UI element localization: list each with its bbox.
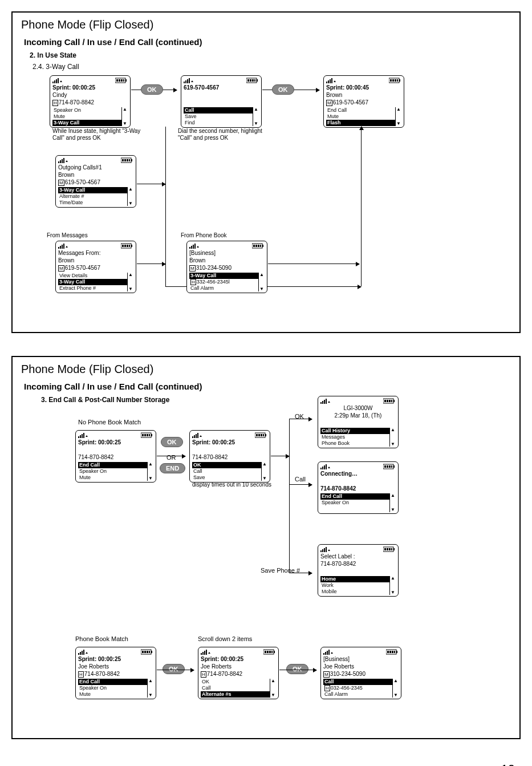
p8-m2: 032-456-2345 bbox=[331, 685, 363, 691]
s6-l3: 310-234-5090 bbox=[196, 265, 232, 271]
p7-tag: H bbox=[201, 671, 206, 678]
label-pb-match: Phone Book Match bbox=[75, 635, 128, 642]
p7-m2: Call bbox=[201, 685, 270, 691]
screen-phonebook: [Business] Brown M310-234-5090 3-Way Cal… bbox=[186, 241, 267, 293]
battery-icon bbox=[246, 78, 259, 83]
panel2-section: Incoming Call / In use / End Call (conti… bbox=[24, 382, 511, 391]
s6-tag: M bbox=[189, 265, 196, 271]
ok-button-p2-b[interactable]: OK bbox=[163, 664, 185, 674]
s6-tag2: H bbox=[190, 279, 196, 285]
scrollbar-icon: ▲▼ bbox=[392, 679, 399, 698]
s1-m1: Speaker On bbox=[52, 107, 121, 114]
signal-icon bbox=[320, 464, 332, 469]
p6-m3: Mute bbox=[78, 691, 147, 698]
p5-m3: Mobile bbox=[320, 589, 389, 595]
s1-tag: H bbox=[52, 100, 58, 106]
s6-l2: Brown bbox=[189, 257, 265, 264]
arrow-icon bbox=[279, 670, 316, 670]
ok-button-1[interactable]: OK bbox=[141, 84, 163, 95]
scrollbar-icon: ▲▼ bbox=[270, 679, 276, 698]
signal-icon bbox=[58, 243, 70, 249]
s2-m1: Call bbox=[184, 107, 253, 114]
p1-m3: Mute bbox=[78, 475, 147, 481]
scrollbar-icon: ▲▼ bbox=[389, 493, 396, 512]
s3-l3: 619-570-4567 bbox=[333, 99, 368, 106]
p6-l3: 714-870-8842 bbox=[84, 671, 120, 677]
p6-l1: Sprint: 00:00:25 bbox=[78, 655, 153, 663]
battery-icon bbox=[121, 243, 133, 249]
p3-m3: Phone Book bbox=[320, 440, 389, 447]
signal-icon bbox=[201, 649, 212, 655]
ok-button-p2-a[interactable]: OK bbox=[161, 437, 183, 447]
screen-outgoing: Outgoing Calls#1 Brown M619-570-4567 3-W… bbox=[55, 155, 136, 208]
ok-button-p2-c[interactable]: OK bbox=[286, 664, 308, 674]
p2-m3: Save bbox=[192, 475, 261, 481]
s1-m3: 3-Way Call bbox=[52, 120, 121, 126]
p3-l1: LGI-3000W bbox=[320, 404, 396, 412]
signal-icon bbox=[52, 78, 64, 83]
p5-m2: Work bbox=[320, 582, 389, 589]
arrow-icon bbox=[289, 484, 312, 485]
signal-icon bbox=[58, 157, 70, 163]
screen-postcall-menu: Sprint: 00:00:25 714-870-8842 OK Call Sa… bbox=[189, 430, 270, 483]
s6-l1: [Business] bbox=[189, 249, 265, 257]
p7-l3: 714-870-8842 bbox=[207, 671, 242, 677]
screen-endcall-match: Sprint: 00:00:25 Joe Roberts H714-870-88… bbox=[75, 647, 156, 699]
label-call: Call bbox=[295, 476, 306, 483]
s3-m3: Flash bbox=[326, 120, 395, 126]
p1-l3: 714-870-8842 bbox=[78, 453, 153, 461]
p1-m1: End Call bbox=[78, 462, 147, 468]
panel-1: Phone Mode (Flip Closed) Incoming Call /… bbox=[11, 11, 521, 333]
p4-l1: Connecting… bbox=[320, 470, 396, 477]
p8-tag: M bbox=[323, 671, 330, 678]
p6-l2: Joe Roberts bbox=[78, 663, 153, 670]
p7-m1: OK bbox=[201, 679, 270, 685]
caption-1: While Inuse state, highlight "3-Way Call… bbox=[52, 128, 149, 141]
s2-m3: Find bbox=[184, 120, 253, 126]
p3-l2: 2:29p Mar 18, (Th) bbox=[320, 412, 396, 419]
end-button[interactable]: END bbox=[160, 463, 185, 473]
panel1-title: Phone Mode (Flip Closed) bbox=[21, 18, 511, 31]
p8-m3: Call Alarm bbox=[323, 691, 392, 698]
s6-m3: Call Alarm bbox=[189, 285, 258, 291]
p2-m1: OK bbox=[192, 462, 261, 468]
arrow-icon bbox=[271, 456, 289, 456]
label-scroll2: Scroll down 2 items bbox=[198, 635, 252, 642]
battery-icon bbox=[383, 546, 396, 552]
s6-m2: 332-456-2345l bbox=[197, 279, 230, 285]
p3-m1: Call History bbox=[320, 428, 389, 434]
scrollbar-icon: ▲▼ bbox=[147, 679, 153, 698]
s4-m3: Time/Date bbox=[58, 200, 127, 206]
caption-timeout: display times out in 10 seconds bbox=[192, 481, 271, 488]
battery-icon bbox=[121, 157, 133, 163]
p2-m2: Call bbox=[192, 468, 261, 475]
s5-l1: Messages From: bbox=[58, 249, 133, 257]
screen-select-label: Select Label : 714-870-8842 Home Work Mo… bbox=[318, 544, 399, 597]
panel-2: Phone Mode (Flip Closed) Incoming Call /… bbox=[11, 356, 521, 739]
label-or: OR bbox=[166, 454, 176, 461]
s4-m2: Alternate # bbox=[58, 193, 127, 200]
screen-home: LGI-3000W 2:29p Mar 18, (Th) Call Histor… bbox=[318, 396, 399, 448]
battery-icon bbox=[263, 649, 276, 655]
p3-m2: Messages bbox=[320, 434, 389, 440]
scrollbar-icon: ▲▼ bbox=[389, 576, 396, 595]
p7-l1: Sprint: 00:00:25 bbox=[201, 655, 276, 663]
signal-icon bbox=[320, 546, 332, 552]
p8-l3: 310-234-5090 bbox=[330, 671, 366, 677]
arrow-icon bbox=[361, 127, 362, 132]
s5-m1: View Details bbox=[58, 273, 127, 279]
scrollbar-icon: ▲▼ bbox=[395, 107, 401, 126]
connector-line bbox=[289, 419, 290, 573]
p6-m2: Speaker On bbox=[78, 685, 147, 691]
s4-l3: 619-570-4567 bbox=[65, 179, 100, 185]
ok-button-2[interactable]: OK bbox=[272, 84, 294, 95]
s2-m2: Save bbox=[184, 114, 253, 120]
scrollbar-icon: ▲▼ bbox=[389, 428, 396, 447]
screen-connecting: Connecting… 714-870-8842 End Call Speake… bbox=[318, 461, 399, 514]
screen-messages: Messages From: Brown M619-570-4567 View … bbox=[55, 241, 136, 293]
scrollbar-icon: ▲▼ bbox=[261, 462, 267, 481]
s4-l2: Brown bbox=[58, 171, 133, 179]
arrow-icon bbox=[157, 456, 185, 456]
panel1-section: Incoming Call / In use / End Call (conti… bbox=[24, 37, 511, 47]
screen-alternate: Sprint: 00:00:25 Joe Roberts H714-870-88… bbox=[198, 647, 279, 699]
